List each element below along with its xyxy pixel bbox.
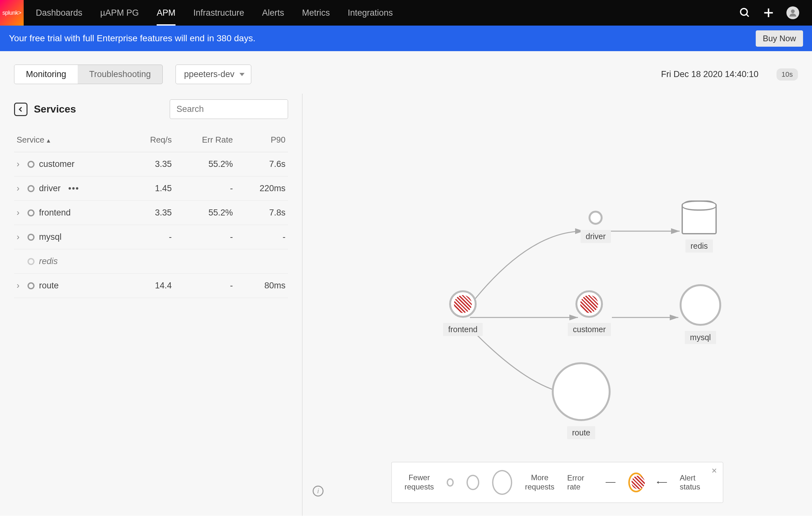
node-frontend[interactable]: frontend [443, 290, 483, 336]
table-row[interactable]: ›customer3.3555.2%7.6s [14, 152, 288, 176]
banner-text: Your free trial with full Enterprise fea… [9, 33, 255, 44]
node-mysql[interactable]: mysql [680, 284, 721, 344]
service-name: mysql [39, 232, 62, 242]
service-name: customer [39, 159, 75, 169]
status-circle-icon [28, 282, 34, 289]
node-label: customer [568, 323, 611, 336]
status-circle-icon [28, 234, 34, 241]
svg-line-1 [747, 15, 749, 17]
svg-point-4 [791, 9, 795, 13]
legend-circle-large-icon [492, 470, 512, 495]
services-heading: Services [34, 103, 163, 115]
buy-now-button[interactable]: Buy Now [756, 30, 803, 47]
plus-icon[interactable] [763, 7, 774, 19]
nav-uapm-pg[interactable]: µAPM PG [91, 0, 148, 26]
back-button[interactable] [14, 103, 28, 116]
chevron-right-icon[interactable]: › [17, 208, 23, 218]
cell-reqs: 3.35 [129, 201, 174, 225]
legend-alert-status-label: Alert status [680, 474, 710, 491]
cell-p90 [235, 249, 288, 274]
chevron-right-icon[interactable]: › [17, 183, 23, 194]
nav-metrics[interactable]: Metrics [293, 0, 339, 26]
node-driver[interactable]: driver [581, 211, 611, 243]
row-menu-icon[interactable]: ••• [68, 183, 79, 194]
cell-p90: 220ms [235, 176, 288, 201]
sort-asc-icon: ▲ [46, 138, 52, 144]
service-name: driver [39, 183, 61, 194]
tab-troubleshooting[interactable]: Troubleshooting [78, 65, 163, 84]
chevron-right-icon[interactable]: › [17, 159, 23, 169]
cell-p90: 80ms [235, 274, 288, 298]
cell-reqs: 3.35 [129, 152, 174, 176]
services-table: Service▲ Req/s Err Rate P90 ›customer3.3… [14, 131, 288, 298]
cell-reqs: - [129, 225, 174, 249]
node-label: redis [686, 239, 713, 253]
node-redis[interactable]: redis [682, 200, 717, 253]
col-reqs[interactable]: Req/s [129, 131, 174, 152]
service-name: route [39, 281, 59, 291]
user-avatar-icon[interactable] [786, 6, 799, 19]
col-errrate[interactable]: Err Rate [174, 131, 235, 152]
environment-select[interactable]: ppeeters-dev [175, 64, 252, 84]
timestamp-label: Fri Dec 18 2020 14:40:10 [661, 69, 759, 79]
node-label: route [567, 426, 596, 439]
cell-p90: 7.8s [235, 201, 288, 225]
node-label: driver [581, 230, 611, 243]
close-icon[interactable]: ✕ [711, 467, 717, 475]
nav-dashboards[interactable]: Dashboards [27, 0, 91, 26]
service-name: redis [39, 256, 58, 266]
chevron-right-icon[interactable]: › [17, 232, 23, 242]
status-circle-icon [28, 185, 34, 192]
search-icon[interactable] [739, 7, 751, 19]
table-row[interactable]: ›driver•••1.45-220ms [14, 176, 288, 201]
nav-integrations[interactable]: Integrations [339, 0, 402, 26]
cell-reqs: 1.45 [129, 176, 174, 201]
table-row[interactable]: ›redis [14, 249, 288, 274]
status-circle-icon [28, 161, 34, 168]
cell-errrate: - [174, 274, 235, 298]
cell-reqs: 14.4 [129, 274, 174, 298]
view-segment: Monitoring Troubleshooting [14, 64, 163, 84]
toolbar: Monitoring Troubleshooting ppeeters-dev … [0, 51, 812, 94]
cell-errrate: 55.2% [174, 201, 235, 225]
legend-circle-med-icon [467, 475, 480, 490]
table-row[interactable]: ›mysql--- [14, 225, 288, 249]
service-map[interactable]: frontend customer driver route mysql red… [302, 94, 812, 516]
arrow-right-icon [606, 481, 616, 484]
database-icon [682, 200, 717, 234]
cell-errrate: - [174, 225, 235, 249]
node-label: frontend [443, 323, 483, 336]
legend-circle-small-icon [446, 478, 454, 487]
trial-banner: Your free trial with full Enterprise fea… [0, 26, 812, 51]
nav-items: Dashboards µAPM PG APM Infrastructure Al… [27, 0, 402, 26]
map-edges [302, 94, 812, 516]
tab-monitoring[interactable]: Monitoring [14, 65, 78, 84]
cell-p90: - [235, 225, 288, 249]
chevron-right-icon[interactable]: › [17, 281, 23, 291]
nav-alerts[interactable]: Alerts [253, 0, 293, 26]
map-legend: ✕ Fewerrequests Morerequests Error rate … [391, 462, 723, 503]
info-icon[interactable]: i [313, 486, 323, 496]
col-service[interactable]: Service▲ [14, 131, 129, 152]
cell-errrate: 55.2% [174, 152, 235, 176]
refresh-interval-badge[interactable]: 10s [777, 68, 798, 81]
cell-errrate [174, 249, 235, 274]
table-row[interactable]: ›frontend3.3555.2%7.8s [14, 201, 288, 225]
status-circle-icon [28, 258, 34, 265]
node-route[interactable]: route [552, 362, 611, 439]
node-customer[interactable]: customer [568, 290, 611, 336]
top-nav: splunk> Dashboards µAPM PG APM Infrastru… [0, 0, 812, 26]
legend-alert-icon [629, 472, 644, 492]
nav-infrastructure[interactable]: Infrastructure [184, 0, 253, 26]
cell-p90: 7.6s [235, 152, 288, 176]
cell-errrate: - [174, 176, 235, 201]
brand-logo[interactable]: splunk> [0, 0, 24, 26]
legend-error-rate-label: Error rate [567, 474, 593, 491]
nav-apm[interactable]: APM [148, 0, 184, 26]
svg-marker-10 [657, 481, 659, 484]
node-label: mysql [685, 331, 716, 344]
col-p90[interactable]: P90 [235, 131, 288, 152]
table-row[interactable]: ›route14.4-80ms [14, 274, 288, 298]
services-search-input[interactable] [170, 99, 288, 119]
cell-reqs [129, 249, 174, 274]
